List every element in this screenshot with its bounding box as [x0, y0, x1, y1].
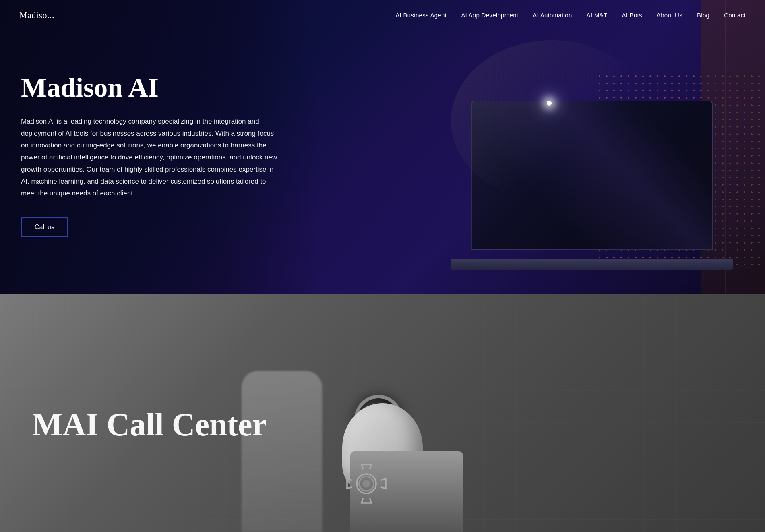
- laptop-base: [451, 259, 733, 270]
- call-us-button[interactable]: Call us: [21, 217, 68, 237]
- hero-description: Madison AI is a leading technology compa…: [21, 116, 279, 199]
- hero-image-overlay: [322, 0, 765, 294]
- navbar: Madiso... AI Business Agent AI App Devel…: [0, 0, 765, 30]
- nav-item-ai-bots[interactable]: AI Bots: [622, 12, 642, 19]
- nav-item-ai-business-agent[interactable]: AI Business Agent: [395, 12, 447, 19]
- nav-item-contact[interactable]: Contact: [724, 12, 746, 19]
- nav-links: AI Business Agent AI App Development AI …: [395, 12, 746, 19]
- nav-link-ai-automation[interactable]: AI Automation: [533, 12, 572, 19]
- nav-link-about-us[interactable]: About Us: [657, 12, 682, 19]
- spark-effect: [547, 101, 552, 106]
- section-2-content: MAI Call Center: [0, 294, 765, 442]
- brand-logo[interactable]: Madiso...: [19, 10, 54, 21]
- nav-item-blog[interactable]: Blog: [697, 12, 709, 19]
- hero-title: Madison AI: [21, 72, 290, 103]
- hand-graphic: [451, 40, 652, 201]
- nav-item-ai-mt[interactable]: AI M&T: [587, 12, 608, 19]
- hero-content: Madison AI Madison AI is a leading techn…: [0, 0, 290, 237]
- nav-link-contact[interactable]: Contact: [724, 12, 746, 19]
- nav-link-blog[interactable]: Blog: [697, 12, 709, 19]
- nav-link-ai-bots[interactable]: AI Bots: [622, 12, 642, 19]
- nav-link-ai-app-development[interactable]: AI App Development: [461, 12, 518, 19]
- section-call-center: MAI Call Center: [0, 294, 765, 532]
- nav-item-ai-app-development[interactable]: AI App Development: [461, 12, 518, 19]
- nav-item-ai-automation[interactable]: AI Automation: [533, 12, 572, 19]
- section-2-title: MAI Call Center: [32, 407, 765, 442]
- nav-item-about-us[interactable]: About Us: [657, 12, 682, 19]
- hero-section: Madison AI Madison AI is a leading techn…: [0, 0, 765, 294]
- nav-link-ai-business-agent[interactable]: AI Business Agent: [395, 12, 447, 19]
- nav-link-ai-mt[interactable]: AI M&T: [587, 12, 608, 19]
